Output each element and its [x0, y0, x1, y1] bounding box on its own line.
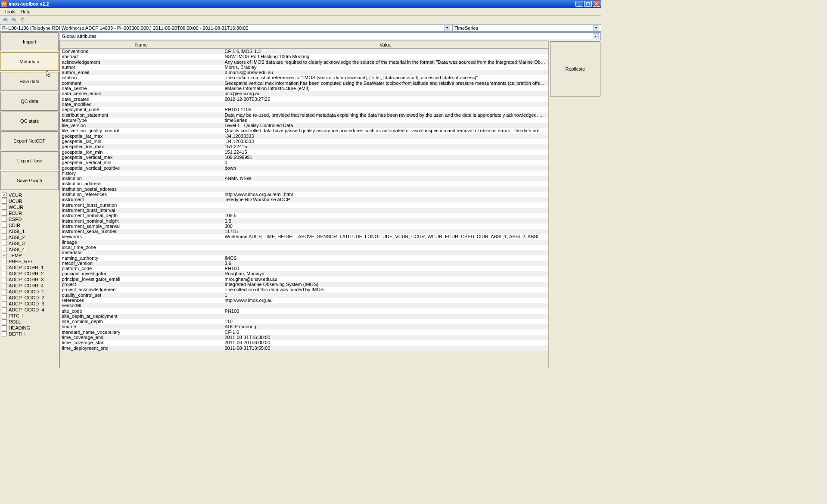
- table-row[interactable]: commentGeospatial vertical max informati…: [60, 81, 548, 86]
- table-row[interactable]: sourceADCP mooring: [60, 324, 548, 329]
- checkbox[interactable]: [2, 331, 7, 336]
- checkbox[interactable]: [2, 325, 7, 330]
- checkbox[interactable]: [2, 307, 7, 312]
- table-row[interactable]: local_time_zone: [60, 245, 548, 250]
- checkbox[interactable]: [2, 283, 7, 288]
- table-row[interactable]: geospatial_lat_min-34.12033333: [60, 139, 548, 144]
- table-row[interactable]: projectIntegrated Marine Observing Syste…: [60, 282, 548, 287]
- table-row[interactable]: geospatial_lon_max151.22415: [60, 144, 548, 149]
- table-row[interactable]: data_centreeMarine Information Infrastru…: [60, 86, 548, 91]
- table-row[interactable]: time_deployment_end2011-08-31T13:55:00: [60, 345, 548, 351]
- table-row[interactable]: naming_authorityIMOS: [60, 255, 548, 261]
- table-row[interactable]: history: [60, 171, 548, 176]
- menu-tools[interactable]: Tools: [2, 9, 18, 14]
- checkbox[interactable]: [2, 271, 7, 276]
- file-dropdown[interactable]: PH100-1106 (Teledyne RDI Workhorse ADCP …: [0, 24, 452, 31]
- maximize-button[interactable]: ❐: [584, 1, 592, 7]
- pan-icon[interactable]: [20, 17, 26, 23]
- table-row[interactable]: site_depth_at_deployment: [60, 314, 548, 319]
- table-row[interactable]: ConventionsCF-1.6,IMOS-1.3: [60, 49, 548, 54]
- column-header-name[interactable]: Name: [60, 41, 223, 49]
- checkbox[interactable]: [2, 295, 7, 300]
- export-netcdf-button[interactable]: Export NetCDF: [0, 131, 59, 150]
- checkbox[interactable]: [2, 301, 7, 306]
- table-row[interactable]: time_coverage_end2011-08-31T16:30:00: [60, 335, 548, 340]
- checkbox[interactable]: [2, 259, 7, 264]
- checkbox[interactable]: [2, 193, 7, 198]
- table-row[interactable]: instrument_serial_number11715: [60, 229, 548, 234]
- table-row[interactable]: author_emailb.morris@unsw.edu.au: [60, 70, 548, 75]
- attribute-dropdown[interactable]: Global attributes ▾: [60, 32, 601, 40]
- export-raw-button[interactable]: Export Raw: [0, 151, 59, 170]
- table-row[interactable]: abstractNSW-IMOS Port Hacking 100m Moori…: [60, 54, 548, 59]
- close-button[interactable]: ✕: [593, 1, 600, 7]
- metadata-button[interactable]: Metadata: [0, 52, 59, 71]
- table-row[interactable]: geospatial_vertical_positivedown: [60, 165, 548, 171]
- menu-help[interactable]: Help: [18, 9, 33, 14]
- table-row[interactable]: featureTypetimeSeries: [60, 118, 548, 123]
- table-row[interactable]: site_codePH100: [60, 308, 548, 314]
- table-row[interactable]: instrument_nominal_depth109.5: [60, 213, 548, 218]
- import-button[interactable]: Import: [0, 32, 59, 51]
- table-row[interactable]: platform_codePH100: [60, 266, 548, 271]
- table-row[interactable]: instrumentTeledyne RD Workhorse ADCP: [60, 197, 548, 202]
- table-row[interactable]: site_nominal_depth110: [60, 319, 548, 324]
- checkbox[interactable]: [2, 199, 7, 204]
- table-row[interactable]: geospatial_vertical_min0: [60, 160, 548, 165]
- attributes-table[interactable]: Name Value ConventionsCF-1.6,IMOS-1.3abs…: [59, 40, 549, 368]
- checkbox[interactable]: [2, 277, 7, 282]
- table-row[interactable]: institution_postal_address: [60, 187, 548, 192]
- table-row[interactable]: instrument_nominal_height0.5: [60, 218, 548, 224]
- table-row[interactable]: time_coverage_start2011-06-20T06:00:00: [60, 340, 548, 345]
- checkbox[interactable]: [2, 235, 7, 240]
- checkbox[interactable]: [2, 253, 7, 258]
- mode-dropdown[interactable]: TimeSeries ▾: [452, 24, 601, 31]
- table-row[interactable]: principal_investigatorRoughan, Moninya: [60, 271, 548, 276]
- table-row[interactable]: geospatial_lat_max-34.12033333: [60, 134, 548, 139]
- minimize-button[interactable]: _: [575, 1, 583, 7]
- checkbox[interactable]: [2, 229, 7, 234]
- table-row[interactable]: quality_control_set1: [60, 292, 548, 298]
- table-row[interactable]: referenceshttp://www.imos.org.au: [60, 298, 548, 303]
- table-row[interactable]: institution_referenceshttp://www.imos.or…: [60, 192, 548, 197]
- table-row[interactable]: institution_address: [60, 181, 548, 186]
- table-row[interactable]: acknowledgementAny users of IMOS data ar…: [60, 59, 548, 65]
- raw-data-button[interactable]: Raw data: [0, 72, 59, 91]
- table-row[interactable]: data_centre_emailinfo@emii.org.au: [60, 91, 548, 96]
- column-header-value[interactable]: Value: [223, 41, 548, 49]
- table-row[interactable]: netcdf_version3.6: [60, 261, 548, 266]
- table-row[interactable]: standard_name_vocabularyCF-1.6: [60, 330, 548, 335]
- checkbox[interactable]: [2, 289, 7, 294]
- table-row[interactable]: keywordsWorkhorse ADCP, TIME, HEIGHT_ABO…: [60, 234, 548, 239]
- table-row[interactable]: deployment_codePH100-1106: [60, 107, 548, 112]
- zoom-out-icon[interactable]: [11, 17, 17, 23]
- table-row[interactable]: instrument_burst_duration: [60, 202, 548, 208]
- checkbox[interactable]: [2, 217, 7, 222]
- checkbox[interactable]: [2, 223, 7, 228]
- checkbox[interactable]: [2, 247, 7, 252]
- table-row[interactable]: metadata: [60, 250, 548, 255]
- table-row[interactable]: geospatial_lon_min151.22415: [60, 149, 548, 155]
- save-graph-button[interactable]: Save Graph: [0, 171, 59, 190]
- table-row[interactable]: date_created2012-12-20T03:27:26: [60, 96, 548, 102]
- table-row[interactable]: project_acknowledgementThe collection of…: [60, 287, 548, 292]
- table-row[interactable]: geospatial_vertical_max109.2099991: [60, 155, 548, 160]
- checkbox[interactable]: [2, 313, 7, 318]
- table-row[interactable]: date_modified: [60, 102, 548, 107]
- table-row[interactable]: lineage: [60, 240, 548, 245]
- table-row[interactable]: principal_investigator_emailmroughan@uns…: [60, 277, 548, 282]
- table-row[interactable]: file_versionLevel 1 - Quality Controlled…: [60, 123, 548, 128]
- checkbox[interactable]: [2, 241, 7, 246]
- qc-stats-button[interactable]: QC stats: [0, 112, 59, 131]
- checkbox[interactable]: [2, 205, 7, 210]
- table-row[interactable]: authorMorris, Bradley: [60, 65, 548, 70]
- checkbox[interactable]: [2, 319, 7, 324]
- qc-data-button[interactable]: QC data: [0, 92, 59, 111]
- table-row[interactable]: sensorML: [60, 303, 548, 308]
- checkbox[interactable]: [2, 265, 7, 270]
- table-row[interactable]: instrument_burst_interval: [60, 208, 548, 213]
- zoom-in-icon[interactable]: [3, 17, 9, 23]
- table-row[interactable]: institutionANMN-NSW: [60, 176, 548, 181]
- table-row[interactable]: citationThe citation in a list of refere…: [60, 75, 548, 80]
- table-row[interactable]: instrument_sample_interval300: [60, 224, 548, 229]
